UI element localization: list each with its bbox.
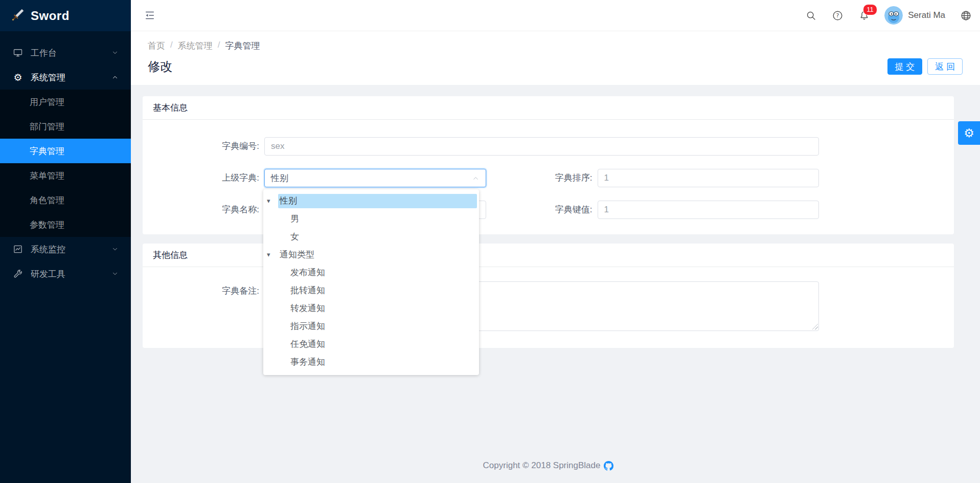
dict-key-item: 字典键值:: [486, 201, 819, 219]
tree-expand-icon[interactable]: ▾: [267, 197, 278, 205]
breadcrumb-separator: /: [218, 40, 220, 52]
topbar: ? 11: [131, 0, 980, 31]
app-root: Sword 工作台 ⚙ 系统管理: [0, 0, 980, 483]
tree-node-forward-notice[interactable]: 转发通知: [263, 299, 479, 317]
dict-code-input[interactable]: [264, 137, 819, 156]
dict-sort-input[interactable]: [598, 169, 819, 187]
system-management-submenu: 用户管理 部门管理 字典管理 菜单管理 角色管理 参数管理: [0, 90, 131, 237]
user-menu[interactable]: Serati Ma: [884, 6, 945, 25]
tree-node-instruct-notice[interactable]: 指示通知: [263, 317, 479, 335]
parent-dict-item: 上级字典: 性别: [153, 169, 486, 187]
dict-code-item: 字典编号:: [153, 137, 819, 156]
breadcrumb-separator: /: [170, 40, 173, 52]
menu-fold-icon[interactable]: [143, 9, 156, 22]
page-title: 修改: [148, 58, 963, 75]
sidebar-item-label: 研发工具: [31, 268, 65, 280]
gear-icon: ⚙: [12, 72, 24, 83]
dict-remark-item: 字典备注:: [153, 281, 819, 331]
chevron-down-icon: [111, 270, 119, 277]
tree-expand-icon[interactable]: ▾: [267, 251, 278, 258]
breadcrumb-current: 字典管理: [225, 40, 260, 52]
parent-dict-dropdown: ▾ 性别 男 女: [263, 189, 479, 375]
sidebar: Sword 工作台 ⚙ 系统管理: [0, 0, 131, 483]
chevron-down-icon: [111, 49, 119, 56]
chevron-down-icon: [111, 246, 119, 253]
wrench-icon: [12, 268, 24, 279]
sidebar-item-label: 系统管理: [31, 72, 65, 83]
form-row: 字典名称: 字典键值:: [153, 201, 819, 219]
sidebar-item-role-management[interactable]: 角色管理: [0, 188, 131, 212]
chart-icon: [12, 244, 24, 255]
footer: Copyright © 2018 SpringBlade: [143, 455, 954, 478]
submit-button[interactable]: 提 交: [887, 58, 923, 75]
back-button[interactable]: 返 回: [927, 58, 963, 75]
breadcrumb-home[interactable]: 首页: [148, 40, 165, 52]
tree-node-approve-notice[interactable]: 批转通知: [263, 281, 479, 299]
sidebar-item-workbench[interactable]: 工作台: [0, 40, 131, 65]
svg-text:?: ?: [836, 12, 839, 19]
dict-key-input[interactable]: [598, 201, 819, 219]
page-header: 首页 / 系统管理 / 字典管理 修改 提 交 返 回: [131, 31, 980, 85]
chevron-up-icon: [111, 74, 119, 81]
notifications-bell-icon[interactable]: 11: [858, 9, 870, 21]
dict-key-label: 字典键值:: [486, 201, 598, 219]
basic-info-form: 字典编号: 上级字典: 性别: [143, 120, 954, 234]
parent-dict-select[interactable]: 性别: [264, 169, 486, 187]
tree-node-affair-notice[interactable]: 事务通知: [263, 353, 479, 371]
search-icon[interactable]: [805, 9, 817, 21]
sidebar-item-menu-management[interactable]: 菜单管理: [0, 163, 131, 188]
sidebar-item-label: 工作台: [31, 47, 57, 59]
sidebar-item-label: 系统监控: [31, 244, 65, 255]
user-name: Serati Ma: [908, 10, 945, 20]
dict-remark-label: 字典备注:: [153, 281, 264, 331]
tree-node-sex[interactable]: ▾ 性别: [263, 192, 479, 210]
dict-code-label: 字典编号:: [153, 137, 264, 156]
content: 基本信息 字典编号: 上级字典:: [131, 85, 980, 483]
tree-node-female[interactable]: 女: [263, 228, 479, 246]
dict-name-label: 字典名称:: [153, 201, 264, 219]
gear-icon: ⚙: [964, 127, 974, 139]
sidebar-item-system-management[interactable]: ⚙ 系统管理: [0, 65, 131, 90]
parent-dict-label: 上级字典:: [153, 169, 264, 187]
dict-sort-item: 字典排序:: [486, 169, 819, 187]
topbar-right: ? 11: [805, 6, 972, 25]
tree-node-male[interactable]: 男: [263, 210, 479, 228]
form-row: 上级字典: 性别: [153, 169, 819, 187]
sidebar-item-system-monitor[interactable]: 系统监控: [0, 237, 131, 261]
language-globe-icon[interactable]: [960, 9, 972, 21]
breadcrumb: 首页 / 系统管理 / 字典管理: [148, 40, 963, 52]
basic-info-card: 基本信息 字典编号: 上级字典:: [143, 96, 954, 234]
header-actions: 提 交 返 回: [887, 58, 963, 75]
chevron-up-icon: [472, 174, 480, 182]
tree-node-notice-type[interactable]: ▾ 通知类型: [263, 246, 479, 264]
sidebar-item-dev-tools[interactable]: 研发工具: [0, 261, 131, 286]
theme-settings-button[interactable]: ⚙: [958, 121, 980, 145]
copyright-text: Copyright © 2018 SpringBlade: [483, 460, 601, 471]
sidebar-menu: 工作台 ⚙ 系统管理 用户管理 部门管理: [0, 31, 131, 286]
breadcrumb-system-management[interactable]: 系统管理: [178, 40, 213, 52]
tree-node-appointment-notice[interactable]: 任免通知: [263, 335, 479, 353]
logo[interactable]: Sword: [0, 0, 131, 31]
logo-text: Sword: [31, 9, 70, 23]
sidebar-item-dept-management[interactable]: 部门管理: [0, 114, 131, 139]
card-title: 基本信息: [143, 96, 954, 120]
dict-sort-label: 字典排序:: [486, 169, 598, 187]
monitor-icon: [12, 47, 24, 58]
github-icon[interactable]: [604, 461, 613, 471]
parent-dict-select-value: 性别: [271, 172, 288, 184]
help-icon[interactable]: ?: [831, 9, 844, 21]
avatar: [884, 6, 903, 25]
notification-badge: 11: [863, 4, 877, 15]
sword-logo-icon: [11, 8, 25, 24]
form-row: 字典编号:: [153, 137, 819, 156]
form-row: 字典备注:: [153, 281, 819, 331]
sidebar-item-param-management[interactable]: 参数管理: [0, 212, 131, 237]
sidebar-item-user-management[interactable]: 用户管理: [0, 90, 131, 114]
main-area: ? 11: [131, 0, 980, 483]
tree-node-publish-notice[interactable]: 发布通知: [263, 264, 479, 281]
sidebar-item-dict-management[interactable]: 字典管理: [0, 139, 131, 163]
